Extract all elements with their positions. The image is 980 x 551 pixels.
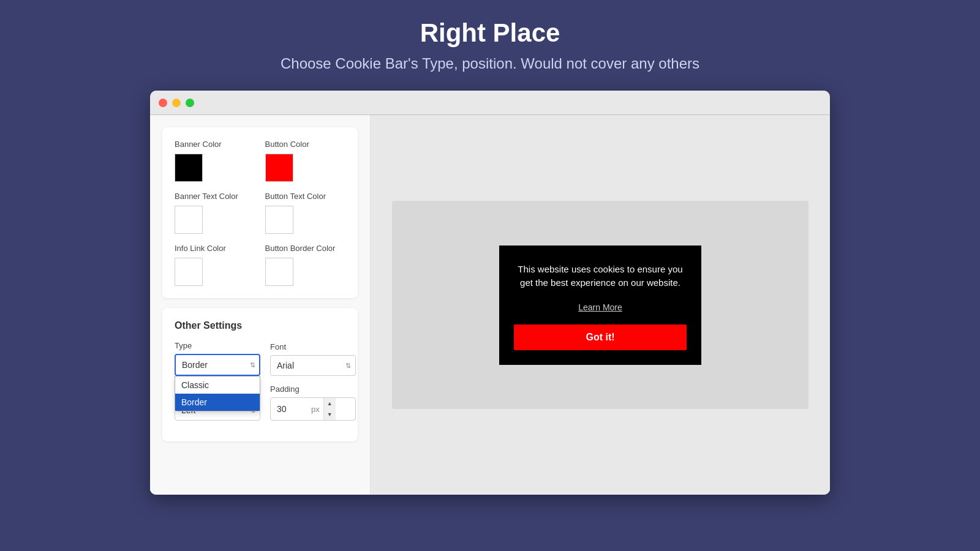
button-text-color-label: Button Text Color <box>265 192 346 201</box>
type-dropdown-container: Classic Border Classic Border <box>175 354 260 376</box>
type-dropdown-list: Classic Border <box>175 376 260 411</box>
font-field-group: Font Arial Helvetica Times New Roman Geo… <box>270 342 356 376</box>
traffic-lights <box>159 99 194 107</box>
settings-section: Other Settings Type Classic Border <box>162 308 358 441</box>
button-color-label: Button Color <box>265 140 346 149</box>
type-field-group: Type Classic Border Classic <box>175 341 260 376</box>
banner-text-color-field: Banner Text Color <box>175 192 255 234</box>
color-section: Banner Color Button Color Banner Text Co… <box>162 127 358 298</box>
banner-color-swatch[interactable] <box>175 154 203 182</box>
font-select[interactable]: Arial Helvetica Times New Roman Georgia <box>270 355 356 376</box>
preview-area: This website uses cookies to ensure you … <box>392 201 809 409</box>
color-grid: Banner Color Button Color Banner Text Co… <box>175 140 345 286</box>
button-color-field: Button Color <box>265 140 346 182</box>
right-panel: This website uses cookies to ensure you … <box>371 115 830 495</box>
got-it-button[interactable]: Got it! <box>514 324 687 350</box>
cookie-message: This website uses cookies to ensure you … <box>514 263 687 290</box>
padding-decrement-button[interactable]: ▼ <box>324 409 336 420</box>
padding-label: Padding <box>270 384 356 394</box>
font-label: Font <box>270 342 356 351</box>
banner-color-field: Banner Color <box>175 140 255 182</box>
cookie-banner: This website uses cookies to ensure you … <box>499 246 701 365</box>
browser-content: Banner Color Button Color Banner Text Co… <box>150 115 830 495</box>
padding-field-group: Padding px ▲ ▼ <box>270 384 356 421</box>
padding-stepper: ▲ ▼ <box>323 398 336 420</box>
button-text-color-field: Button Text Color <box>265 192 346 234</box>
dropdown-item-border[interactable]: Border <box>175 394 260 411</box>
browser-window: Banner Color Button Color Banner Text Co… <box>150 91 830 495</box>
banner-text-color-swatch[interactable] <box>175 206 203 234</box>
info-link-color-field: Info Link Color <box>175 244 255 286</box>
type-select[interactable]: Classic Border <box>175 354 260 376</box>
other-settings-heading: Other Settings <box>175 320 345 331</box>
padding-unit: px <box>307 405 323 414</box>
traffic-light-yellow[interactable] <box>172 99 181 107</box>
padding-increment-button[interactable]: ▲ <box>324 398 336 409</box>
traffic-light-green[interactable] <box>186 99 194 107</box>
padding-wrapper: px ▲ ▼ <box>270 397 356 421</box>
info-link-color-label: Info Link Color <box>175 244 255 253</box>
button-border-color-swatch[interactable] <box>265 258 293 286</box>
padding-input[interactable] <box>271 399 307 419</box>
banner-color-label: Banner Color <box>175 140 255 149</box>
font-select-wrapper: Arial Helvetica Times New Roman Georgia <box>270 355 356 376</box>
banner-text-color-label: Banner Text Color <box>175 192 255 201</box>
page-title: Right Place <box>420 18 560 48</box>
button-color-swatch[interactable] <box>265 154 293 182</box>
browser-titlebar <box>150 91 830 115</box>
type-font-row: Type Classic Border Classic <box>175 341 345 376</box>
left-panel: Banner Color Button Color Banner Text Co… <box>150 115 371 495</box>
button-border-color-label: Button Border Color <box>265 244 346 253</box>
type-select-wrapper: Classic Border <box>175 354 260 376</box>
page-subtitle: Choose Cookie Bar's Type, position. Woul… <box>281 55 699 72</box>
dropdown-item-classic[interactable]: Classic <box>175 377 260 394</box>
traffic-light-red[interactable] <box>159 99 167 107</box>
button-border-color-field: Button Border Color <box>265 244 346 286</box>
type-label: Type <box>175 341 260 350</box>
info-link-color-swatch[interactable] <box>175 258 203 286</box>
button-text-color-swatch[interactable] <box>265 206 293 234</box>
learn-more-link[interactable]: Learn More <box>578 302 622 312</box>
